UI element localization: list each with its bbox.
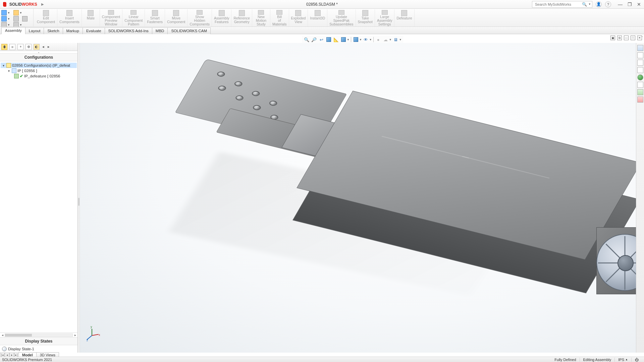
- undo-button[interactable]: ▼: [1, 16, 10, 21]
- orientation-dropdown-icon[interactable]: ▼: [347, 38, 350, 41]
- tab-solidworks-add-ins[interactable]: SOLIDWORKS Add-Ins: [105, 27, 152, 34]
- feature-manager-panel: ⬮ ≡ ⚬ ⊕ ◐ ◂ ▸ • Configurations ▾ 02856 C…: [0, 43, 78, 353]
- ribbon-exploded-view[interactable]: ExplodedView: [289, 9, 308, 26]
- tab-sketch[interactable]: Sketch: [44, 27, 63, 34]
- orientation-triad[interactable]: y x z: [86, 327, 100, 341]
- expand-icon[interactable]: ▾: [7, 69, 11, 73]
- apply-scene-button[interactable]: ☁: [382, 36, 389, 43]
- tree-child[interactable]: ▾ IP [ 02856 ]: [1, 68, 77, 73]
- vp-dock-button[interactable]: ▣: [610, 36, 615, 40]
- scroll-thumb[interactable]: [5, 334, 32, 337]
- edit-appearance-button[interactable]: ●: [375, 36, 382, 43]
- vp-minimize-button[interactable]: —: [624, 36, 629, 40]
- close-button[interactable]: ✕: [636, 2, 642, 7]
- user-account-icon[interactable]: 👤: [596, 1, 602, 7]
- undo-icon: [1, 16, 7, 21]
- panel-h-scrollbar[interactable]: ◂ ▸: [0, 333, 77, 337]
- custom-properties-tab[interactable]: [637, 82, 643, 88]
- search-input[interactable]: [535, 2, 581, 6]
- ribbon-reference-geometry[interactable]: ReferenceGeometry: [231, 9, 252, 26]
- ribbon-new-motion-study[interactable]: NewMotionStudy: [252, 9, 270, 26]
- scroll-right-icon[interactable]: ▸: [73, 333, 77, 337]
- panel-grip-icon[interactable]: •: [0, 51, 77, 54]
- vp-tile-button[interactable]: ⧉: [617, 36, 622, 40]
- open-button[interactable]: [13, 16, 19, 21]
- zoom-fit-button[interactable]: 🔍: [303, 36, 310, 43]
- hide-show-button[interactable]: 👁: [363, 36, 369, 43]
- ribbon-take-snapshot[interactable]: TakeSnapshot: [356, 9, 375, 26]
- forum-tab[interactable]: [637, 97, 643, 103]
- search-box[interactable]: 🔍 ▼: [532, 1, 592, 8]
- wheel-spoke: [598, 262, 625, 263]
- tab-markup[interactable]: Markup: [63, 27, 83, 34]
- restore-button[interactable]: ❐: [627, 2, 633, 7]
- view-palette-tab[interactable]: [637, 67, 643, 73]
- tree-root[interactable]: ▾ 02856 Configuration(s) (IP_defeat: [1, 63, 77, 68]
- view-settings-dropdown-icon[interactable]: ▼: [399, 38, 402, 41]
- display-style-dropdown-icon[interactable]: ▼: [359, 38, 362, 41]
- status-cloud-icon[interactable]: ⏻: [631, 358, 642, 362]
- ribbon-component-preview-window[interactable]: ComponentPreviewWindow: [100, 9, 122, 26]
- ribbon-edit-component[interactable]: EditComponent: [35, 9, 57, 26]
- solidworks-resources-tab[interactable]: [637, 45, 643, 51]
- status-units[interactable]: IPS ▲: [614, 358, 631, 362]
- tab-solidworks-cam[interactable]: SOLIDWORKS CAM: [167, 27, 211, 34]
- tab-layout[interactable]: Layout: [25, 27, 44, 34]
- graphics-viewport[interactable]: y x z: [80, 43, 644, 353]
- display-style-button[interactable]: [353, 36, 359, 43]
- plate-hole: [217, 85, 227, 91]
- display-state-icon: [2, 347, 7, 351]
- command-icon: [401, 10, 407, 16]
- ribbon-linear-component-pattern[interactable]: LinearComponentPattern: [122, 9, 145, 26]
- ribbon-smart-fasteners[interactable]: SmartFasteners: [145, 9, 165, 26]
- configuration-manager-tab[interactable]: ⚬: [17, 44, 23, 50]
- ribbon-assembly-features[interactable]: AssemblyFeatures: [212, 9, 232, 26]
- ribbon-defeature[interactable]: Defeature: [394, 9, 414, 26]
- design-library-tab[interactable]: [637, 52, 643, 58]
- display-state-item[interactable]: Display State-1: [0, 345, 77, 353]
- ribbon-bill-of-materials[interactable]: BillofMaterials: [270, 9, 289, 26]
- cam-tab[interactable]: [637, 89, 643, 95]
- display-manager-tab[interactable]: ◐: [34, 44, 40, 50]
- home-button[interactable]: ▼: [1, 10, 10, 15]
- dimxpert-tab[interactable]: ⊕: [25, 44, 32, 50]
- ribbon-mate[interactable]: Mate: [82, 9, 100, 26]
- scroll-track[interactable]: [5, 334, 73, 337]
- scene-dropdown-icon[interactable]: ▼: [389, 38, 392, 41]
- section-view-button[interactable]: [325, 36, 332, 43]
- help-icon[interactable]: ?: [605, 1, 611, 7]
- tab-assembly[interactable]: Assembly: [1, 27, 25, 34]
- ribbon-show-hidden-components[interactable]: ShowHiddenComponents: [187, 9, 212, 26]
- tab-mbd[interactable]: MBD: [152, 27, 168, 34]
- ribbon-insert-components[interactable]: InsertComponents: [57, 9, 82, 26]
- vp-close-button[interactable]: ✕: [637, 36, 642, 40]
- scroll-left-icon[interactable]: ◂: [0, 333, 5, 337]
- vp-maximize-button[interactable]: □: [631, 36, 635, 40]
- tab-overflow-right-icon[interactable]: ▸: [47, 44, 50, 50]
- dynamic-annotation-button[interactable]: 📐: [333, 36, 339, 43]
- menu-flyout-icon[interactable]: ▶: [41, 2, 44, 6]
- property-manager-tab[interactable]: ≡: [9, 44, 15, 50]
- attach-button[interactable]: [22, 16, 28, 21]
- ribbon-move-component[interactable]: MoveComponent: [165, 9, 187, 26]
- feature-manager-tab[interactable]: ⬮: [1, 44, 7, 50]
- minimize-button[interactable]: —: [617, 2, 623, 7]
- tab-overflow-left-icon[interactable]: ◂: [42, 44, 45, 50]
- expand-icon[interactable]: ▾: [1, 64, 5, 67]
- view-orientation-button[interactable]: [340, 36, 347, 43]
- tab-evaluate[interactable]: Evaluate: [83, 27, 105, 34]
- view-settings-button[interactable]: 🖥: [392, 36, 399, 43]
- file-explorer-tab[interactable]: [637, 60, 643, 66]
- ribbon-instant3d[interactable]: Instant3D: [308, 9, 327, 26]
- plate-hole: [251, 90, 261, 97]
- ribbon-large-assembly-settings[interactable]: LargeAssemblySettings: [375, 9, 395, 26]
- appearances-tab[interactable]: [637, 74, 643, 80]
- search-icon[interactable]: 🔍: [582, 2, 587, 7]
- hide-show-dropdown-icon[interactable]: ▼: [369, 38, 372, 41]
- ribbon-update-speedpak-subassemblies[interactable]: UpdateSpeedPakSubassemblies: [327, 9, 356, 26]
- search-dropdown-icon[interactable]: ▼: [588, 3, 591, 6]
- previous-view-button[interactable]: ↩: [318, 36, 325, 43]
- new-document-button[interactable]: ▼: [13, 10, 22, 15]
- zoom-area-button[interactable]: 🔎: [311, 36, 317, 43]
- tree-leaf[interactable]: ✔ IP_defeature [ 02856: [1, 73, 77, 79]
